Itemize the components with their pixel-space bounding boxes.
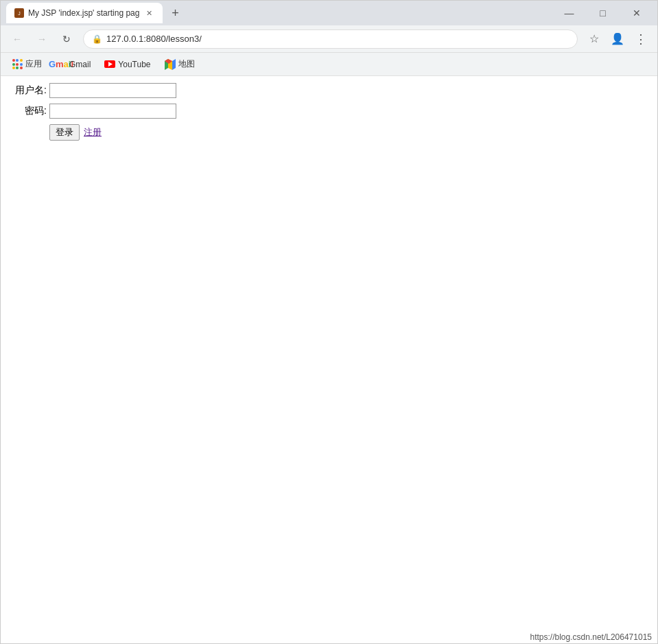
username-row: 用户名: bbox=[9, 83, 649, 98]
forward-button[interactable]: → bbox=[31, 28, 53, 50]
tab-title: My JSP 'index.jsp' starting pag bbox=[28, 8, 139, 18]
youtube-label: YouTube bbox=[118, 60, 150, 69]
address-bar-container: 🔒 bbox=[83, 29, 578, 49]
apps-icon bbox=[12, 59, 23, 70]
address-input[interactable] bbox=[106, 34, 569, 44]
apps-label: 应用 bbox=[25, 58, 42, 70]
form-actions: 登录 注册 bbox=[49, 124, 649, 141]
bookmark-maps[interactable]: 地图 bbox=[159, 56, 200, 73]
password-label: 密码: bbox=[9, 105, 47, 117]
password-input[interactable] bbox=[49, 104, 176, 119]
close-button[interactable]: ✕ bbox=[621, 3, 652, 23]
tab-close-button[interactable]: ✕ bbox=[143, 8, 154, 19]
youtube-icon bbox=[104, 59, 115, 70]
minimize-icon: — bbox=[565, 8, 574, 19]
status-bar: https://blog.csdn.net/L206471015 bbox=[525, 631, 657, 643]
username-input[interactable] bbox=[49, 83, 176, 98]
bookmark-apps[interactable]: 应用 bbox=[6, 56, 47, 73]
status-url: https://blog.csdn.net/L206471015 bbox=[530, 632, 652, 642]
profile-button[interactable]: 👤 bbox=[607, 28, 628, 50]
svg-marker-5 bbox=[172, 59, 176, 70]
bookmark-icon: ☆ bbox=[589, 32, 599, 45]
forward-icon: → bbox=[37, 34, 47, 45]
bookmarks-bar: 应用 Gmail Gmail YouTube bbox=[1, 53, 657, 76]
profile-icon: 👤 bbox=[611, 32, 624, 45]
close-icon: ✕ bbox=[633, 8, 641, 19]
browser-tab[interactable]: J My JSP 'index.jsp' starting pag ✕ bbox=[6, 3, 163, 23]
minimize-button[interactable]: — bbox=[554, 3, 585, 23]
reload-icon: ↻ bbox=[62, 34, 71, 45]
bookmark-gmail[interactable]: Gmail Gmail bbox=[50, 56, 96, 73]
username-label: 用户名: bbox=[9, 84, 47, 97]
login-button[interactable]: 登录 bbox=[49, 124, 80, 141]
lock-icon: 🔒 bbox=[92, 34, 102, 44]
back-button[interactable]: ← bbox=[6, 28, 28, 50]
maximize-button[interactable]: □ bbox=[587, 3, 618, 23]
new-tab-button[interactable]: + bbox=[165, 3, 185, 23]
maximize-icon: □ bbox=[600, 8, 605, 19]
bookmark-button[interactable]: ☆ bbox=[583, 28, 605, 50]
gmail-icon: Gmail bbox=[56, 59, 67, 70]
title-bar: J My JSP 'index.jsp' starting pag ✕ + — … bbox=[1, 1, 657, 25]
maps-label: 地图 bbox=[178, 58, 195, 70]
gmail-label: Gmail bbox=[69, 60, 91, 69]
password-row: 密码: bbox=[9, 104, 649, 119]
toolbar-right: ☆ 👤 ⋮ bbox=[583, 28, 652, 50]
title-bar-left: J My JSP 'index.jsp' starting pag ✕ + bbox=[6, 3, 551, 23]
window-controls: — □ ✕ bbox=[554, 3, 652, 23]
browser-window: J My JSP 'index.jsp' starting pag ✕ + — … bbox=[0, 0, 658, 644]
page-content: 用户名: 密码: 登录 注册 https://blog.csdn.net/L20… bbox=[1, 76, 657, 643]
toolbar: ← → ↻ 🔒 ☆ 👤 ⋮ bbox=[1, 25, 657, 53]
back-icon: ← bbox=[12, 34, 22, 45]
tab-favicon: J bbox=[14, 8, 24, 18]
menu-icon: ⋮ bbox=[635, 32, 647, 47]
maps-icon bbox=[165, 59, 176, 70]
register-link[interactable]: 注册 bbox=[84, 126, 102, 139]
menu-button[interactable]: ⋮ bbox=[630, 28, 652, 50]
bookmark-youtube[interactable]: YouTube bbox=[99, 56, 156, 73]
reload-button[interactable]: ↻ bbox=[56, 28, 78, 50]
